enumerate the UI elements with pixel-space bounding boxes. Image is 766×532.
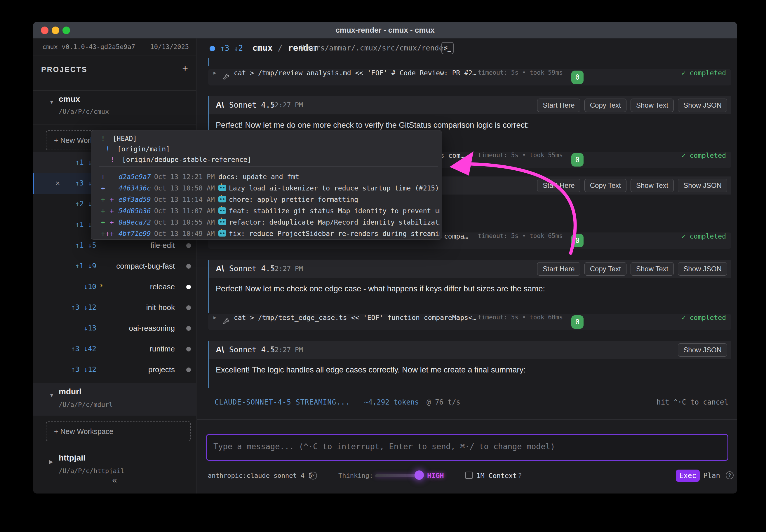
exit-code-badge: 0 — [571, 234, 584, 247]
streaming-model: CLAUDE-SONNET-4-5 STREAMING... — [215, 398, 350, 406]
divider — [99, 167, 438, 167]
show-json-button[interactable]: Show JSON — [678, 99, 727, 112]
commit-message: fix: reduce ProjectSidebar re-renders du… — [229, 230, 440, 237]
git-counts: ↓13 — [33, 318, 96, 339]
copy-text-button[interactable]: Copy Text — [585, 262, 627, 276]
tool-exec-row[interactable]: ▸ cat > /tmp/review_analysis.md << 'EOF'… — [208, 69, 731, 85]
context-checkbox[interactable] — [465, 472, 473, 479]
start-here-button[interactable]: Start Here — [537, 179, 580, 192]
status-dot-icon — [210, 46, 215, 51]
show-json-button[interactable]: Show JSON — [678, 262, 727, 276]
thinking-slider-knob[interactable] — [414, 470, 424, 480]
assistant-message-block: A\ Sonnet 4.5 12:27 PM Start Here Copy T… — [208, 260, 731, 313]
expander-icon[interactable]: ▸ — [214, 69, 216, 76]
show-json-button[interactable]: Show JSON — [678, 179, 727, 192]
breadcrumb-project: cmux — [252, 43, 273, 53]
workspace-row[interactable]: ↑3 ↓12 projects — [33, 359, 196, 380]
tool-exec-row[interactable]: ▸ cat > /tmp/test_edge_case.ts << 'EOF' … — [208, 314, 731, 330]
git-counts: ↑3 ↓2 — [34, 173, 96, 194]
commit-message: Lazy load ai-tokenizer to reduce startup… — [229, 184, 439, 192]
app-window: cmux-render - cmux - cmux cmux v0.1.0-43… — [33, 22, 737, 493]
workspace-name: runtime — [149, 339, 175, 359]
assistant-message-block: A\ Sonnet 4.5 12:27 PM Show JSON Excelle… — [208, 341, 731, 388]
commit-row[interactable]: + + 0a9eca72 Oct 13 10:55 AM refactor: d… — [91, 217, 442, 228]
commit-row[interactable]: + + + 4bf71e99 Oct 13 10:49 AM fix: redu… — [91, 228, 442, 239]
graph-mark: + — [105, 228, 109, 239]
commit-date: Oct 13 10:55 AM — [154, 217, 215, 228]
new-workspace-button-mdurl[interactable]: + New Workspace — [46, 421, 191, 441]
git-counts: ↑1 ↓9 — [33, 256, 96, 277]
assistant-header: A\ Sonnet 4.5 12:27 PM Start Here Copy T… — [209, 96, 731, 114]
commit-row[interactable]: + + e0f3ad59 Oct 13 11:14 AM chore: appl… — [91, 194, 442, 205]
start-here-button[interactable]: Start Here — [537, 99, 580, 112]
message-input[interactable] — [206, 434, 728, 461]
project-mdurl[interactable]: ▼ mdurl /U/a/P/c/mdurl — [33, 383, 196, 416]
assistant-text: Perfect! Now let me do one more check to… — [216, 121, 529, 130]
graph-mark: + — [110, 205, 114, 217]
show-text-button[interactable]: Show Text — [631, 262, 674, 276]
chevron-down-icon[interactable]: ▼ — [49, 99, 54, 105]
show-text-button[interactable]: Show Text — [631, 99, 674, 112]
command-text: s com… — [440, 152, 464, 159]
anthropic-logo-icon: A\ — [216, 264, 224, 273]
workspace-row[interactable]: ↑1 ↓9 compact-bug-fast — [33, 256, 196, 277]
commit-row[interactable]: + d2a5e9a7 Oct 13 12:21 PM docs: update … — [91, 171, 442, 183]
collapse-sidebar-button[interactable]: « — [33, 475, 196, 485]
window-title: cmux-render - cmux - cmux — [33, 26, 737, 35]
status-dot-icon — [186, 326, 191, 331]
graph-mark: + — [110, 217, 114, 228]
workspace-row[interactable]: ↑3 ↓42 runtime — [33, 339, 196, 359]
chevron-down-icon[interactable]: ▼ — [49, 392, 54, 398]
git-log-popup[interactable]: ! [HEAD] ! [origin/main] ! [origin/dedup… — [91, 130, 442, 240]
workspace-row[interactable]: ↓13 oai-reasoning — [33, 318, 196, 339]
commit-row[interactable]: + 4463436c Oct 13 10:58 AM Lazy load ai-… — [91, 183, 442, 194]
workspace-name: compact-bug-fast — [116, 256, 175, 277]
show-json-button[interactable]: Show JSON — [678, 343, 727, 357]
project-name: mdurl — [59, 387, 81, 396]
terminal-icon[interactable]: >_ — [441, 42, 454, 54]
graph-mark: + — [110, 228, 114, 239]
status-dot-icon — [186, 243, 191, 248]
help-icon[interactable]: ? — [726, 471, 734, 479]
divider — [197, 419, 737, 420]
context-help[interactable]: ? — [518, 472, 522, 479]
exit-code-badge: 0 — [571, 71, 584, 84]
chevron-right-icon[interactable]: ▶ — [49, 459, 53, 465]
robot-icon — [218, 196, 226, 202]
status-dot-icon — [186, 264, 191, 269]
copy-text-button[interactable]: Copy Text — [585, 179, 627, 192]
title-bar: cmux-render - cmux - cmux — [33, 22, 737, 39]
graph-mark: + — [101, 171, 105, 183]
status-dot-icon — [186, 285, 191, 289]
commit-hash: 54d05b36 — [118, 205, 151, 217]
copy-text-button[interactable]: Copy Text — [585, 99, 627, 112]
message-time: 12:27 PM — [271, 101, 303, 109]
graph-mark: + — [110, 194, 114, 205]
workspace-row[interactable]: ↑3 ↓12 init-hook — [33, 297, 196, 318]
dirty-star: * — [99, 277, 104, 297]
commit-message: refactor: deduplicate Map/Record identit… — [229, 218, 440, 226]
help-icon[interactable]: ? — [309, 472, 317, 479]
exec-mode-button[interactable]: Exec — [676, 470, 700, 482]
chat-scroll-area[interactable]: ▸ cat > /tmp/review_analysis.md << 'EOF'… — [197, 58, 737, 493]
workspace-row[interactable]: ↓10 * release — [33, 277, 196, 297]
expander-icon[interactable]: ▸ — [214, 314, 216, 321]
command-meta: timeout: 5s • took 55ms — [478, 152, 563, 159]
assistant-header: A\ Sonnet 4.5 12:27 PM Show JSON — [209, 341, 731, 359]
start-here-button[interactable]: Start Here — [537, 262, 580, 276]
status-dot-icon — [186, 367, 191, 372]
status-dot-icon — [186, 347, 191, 351]
show-text-button[interactable]: Show Text — [631, 179, 674, 192]
exit-code-badge: 0 — [571, 315, 584, 329]
add-project-button[interactable]: + — [182, 62, 188, 74]
project-path: /U/a/P/c/mdurl — [59, 401, 113, 408]
plan-mode-button[interactable]: Plan — [703, 472, 720, 480]
thinking-label: Thinking: — [338, 472, 373, 479]
model-name: Sonnet 4.5 — [229, 264, 275, 273]
commit-hash: e0f3ad59 — [118, 194, 151, 205]
project-cmux[interactable]: ▼ cmux /U/a/P/c/cmux — [33, 90, 196, 125]
model-name: Sonnet 4.5 — [229, 345, 275, 354]
workspace-name: init-hook — [146, 297, 175, 318]
git-counts: ↑3 ↓2 — [220, 44, 243, 53]
commit-row[interactable]: + + 54d05b36 Oct 13 11:07 AM feat: stabi… — [91, 205, 442, 217]
